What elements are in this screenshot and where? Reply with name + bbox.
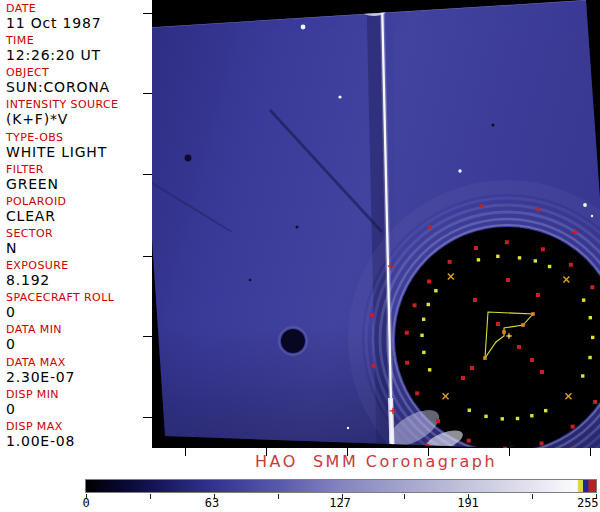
dark-speck (249, 279, 252, 282)
coronagraph-svg (152, 0, 600, 448)
fiducial-dot (448, 260, 452, 264)
axis-tick-left (143, 93, 152, 94)
metadata-field: POLAROIDCLEAR (6, 195, 152, 227)
coronagraph-image[interactable] (152, 0, 600, 448)
dark-speck (296, 226, 299, 229)
field-label: FILTER (6, 163, 152, 176)
fiducial-dot (506, 278, 510, 282)
fiducial-dot (405, 361, 409, 365)
fiducial-dot (434, 289, 437, 292)
field-label: EXPOSURE (6, 259, 152, 272)
field-value: GREEN (6, 176, 152, 193)
fiducial-dot (544, 409, 547, 412)
fiducial-dot (427, 303, 430, 306)
star-speck (583, 203, 587, 207)
fiducial-dot (427, 279, 431, 283)
colorbar-label: 0 (82, 497, 89, 510)
axis-tick-left (143, 174, 152, 175)
fiducial-dot (372, 364, 376, 368)
fiducial-dot (473, 298, 477, 302)
field-value: 2.30E-07 (6, 369, 152, 386)
metadata-field: OBJECTSUN:CORONA (6, 66, 152, 98)
colorbar-tick (278, 494, 279, 499)
colorbar-label: 191 (457, 497, 479, 510)
fiducial-dot (541, 247, 545, 251)
star-speck (301, 25, 306, 30)
fiducial-dot (496, 255, 499, 258)
field-value: 8.192 (6, 272, 152, 289)
field-value: 0 (6, 304, 152, 321)
fiducial-dot (516, 417, 519, 420)
fiducial-dot (474, 246, 478, 250)
fiducial-dot (467, 439, 471, 443)
fiducial-dot (405, 331, 409, 335)
metadata-field: DATA MIN0 (6, 323, 152, 355)
fiducial-dot (461, 376, 465, 380)
metadata-field: SPACECRAFT ROLL0 (6, 291, 152, 323)
pylon-flare (361, 4, 387, 16)
colorbar-label: 255 (577, 497, 599, 510)
colorbar-tick (532, 494, 533, 499)
field-value: 12:26:20 UT (6, 47, 152, 64)
fiducial-dot (540, 370, 544, 374)
fiducial-dot (477, 258, 480, 261)
fiducial-dot (518, 256, 521, 259)
field-label: DATA MIN (6, 323, 152, 336)
fiducial-dot (590, 285, 594, 289)
center-mark (508, 335, 510, 337)
fiducial-dot (470, 366, 474, 370)
field-label: DISP MAX (6, 420, 152, 433)
field-value: CLEAR (6, 208, 152, 225)
fiducial-dot (593, 400, 597, 404)
fiducial-dot (589, 316, 592, 319)
field-label: DATA MAX (6, 356, 152, 369)
field-label: OBJECT (6, 66, 152, 79)
image-title: HAO SMM Coronagraph (152, 451, 600, 473)
star-speck (338, 95, 341, 98)
smm-coronagraph-viewer: DATE11 Oct 1987TIME12:26:20 UTOBJECTSUN:… (0, 0, 600, 512)
fiducial-dot (420, 334, 423, 337)
field-label: DISP MIN (6, 388, 152, 401)
fiducial-dot (370, 313, 374, 317)
fiducial-dot (570, 447, 574, 448)
fiducial-dot (534, 259, 537, 262)
metadata-field: INTENSITY SOURCE(K+F)*V (6, 98, 152, 130)
field-label: SECTOR (6, 227, 152, 240)
polygon-node (502, 330, 506, 334)
polygon-node (531, 312, 535, 316)
metadata-field: DATA MAX2.30E-07 (6, 356, 152, 388)
fiducial-dot (422, 318, 425, 321)
colorbar (85, 479, 597, 493)
fiducial-dot (588, 356, 591, 359)
axis-tick-left (143, 417, 152, 418)
dark-speck (185, 155, 192, 162)
colorbar-gradient (86, 480, 596, 492)
fiducial-dot (468, 409, 471, 412)
field-value: 0 (6, 401, 152, 418)
dark-spot (281, 329, 305, 353)
star-speck (591, 215, 593, 217)
axis-tick-left (143, 13, 152, 14)
fiducial-dot (530, 414, 533, 417)
sidebar: DATE11 Oct 1987TIME12:26:20 UTOBJECTSUN:… (0, 0, 152, 450)
fiducial-dot (582, 298, 585, 301)
fiducial-dot (425, 444, 429, 448)
fiducial-dot (413, 303, 417, 307)
star-speck (347, 427, 349, 429)
fiducial-dot (480, 204, 484, 208)
fiducial-dot (530, 358, 534, 362)
field-label: SPACECRAFT ROLL (6, 291, 152, 304)
metadata-field: FILTERGREEN (6, 163, 152, 195)
field-value: (K+F)*V (6, 111, 152, 128)
metadata-field: TYPE-OBSWHITE LIGHT (6, 131, 152, 163)
fiducial-dot (422, 351, 425, 354)
polygon-node (483, 356, 487, 360)
polygon-node (521, 323, 525, 327)
field-label: TIME (6, 34, 152, 47)
fiducial-dot (540, 441, 544, 445)
field-label: TYPE-OBS (6, 131, 152, 144)
fiducial-dot (505, 240, 509, 244)
field-label: INTENSITY SOURCE (6, 98, 152, 111)
field-value: N (6, 240, 152, 257)
colorbar-tick (404, 494, 405, 499)
